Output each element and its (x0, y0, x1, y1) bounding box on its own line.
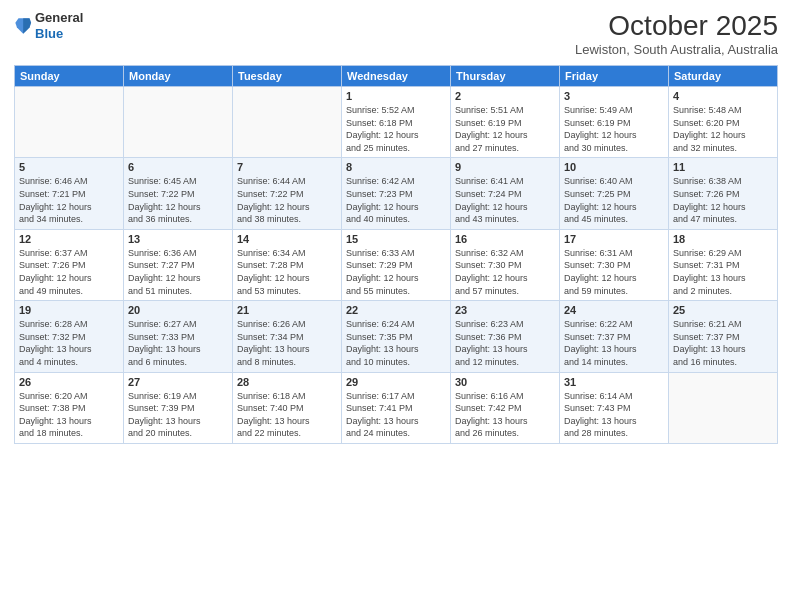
col-wednesday: Wednesday (342, 66, 451, 87)
calendar-week-1: 1Sunrise: 5:52 AM Sunset: 6:18 PM Daylig… (15, 87, 778, 158)
day-number: 19 (19, 304, 119, 316)
day-number: 31 (564, 376, 664, 388)
day-number: 20 (128, 304, 228, 316)
calendar: Sunday Monday Tuesday Wednesday Thursday… (14, 65, 778, 444)
day-number: 25 (673, 304, 773, 316)
calendar-cell: 23Sunrise: 6:23 AM Sunset: 7:36 PM Dayli… (451, 301, 560, 372)
calendar-cell: 25Sunrise: 6:21 AM Sunset: 7:37 PM Dayli… (669, 301, 778, 372)
day-number: 1 (346, 90, 446, 102)
day-number: 5 (19, 161, 119, 173)
calendar-cell (669, 372, 778, 443)
day-info: Sunrise: 6:18 AM Sunset: 7:40 PM Dayligh… (237, 390, 337, 440)
header: General Blue October 2025 Lewiston, Sout… (14, 10, 778, 57)
col-friday: Friday (560, 66, 669, 87)
col-tuesday: Tuesday (233, 66, 342, 87)
calendar-cell: 6Sunrise: 6:45 AM Sunset: 7:22 PM Daylig… (124, 158, 233, 229)
logo-general-text: General (35, 10, 83, 26)
day-info: Sunrise: 6:22 AM Sunset: 7:37 PM Dayligh… (564, 318, 664, 368)
logo: General Blue (14, 10, 83, 41)
day-number: 14 (237, 233, 337, 245)
calendar-cell: 7Sunrise: 6:44 AM Sunset: 7:22 PM Daylig… (233, 158, 342, 229)
day-number: 16 (455, 233, 555, 245)
calendar-cell: 17Sunrise: 6:31 AM Sunset: 7:30 PM Dayli… (560, 229, 669, 300)
calendar-cell: 9Sunrise: 6:41 AM Sunset: 7:24 PM Daylig… (451, 158, 560, 229)
logo-icon (15, 15, 33, 37)
col-sunday: Sunday (15, 66, 124, 87)
month-title: October 2025 (575, 10, 778, 42)
calendar-cell: 29Sunrise: 6:17 AM Sunset: 7:41 PM Dayli… (342, 372, 451, 443)
day-number: 24 (564, 304, 664, 316)
day-info: Sunrise: 6:41 AM Sunset: 7:24 PM Dayligh… (455, 175, 555, 225)
day-number: 28 (237, 376, 337, 388)
day-number: 18 (673, 233, 773, 245)
day-number: 13 (128, 233, 228, 245)
calendar-cell: 16Sunrise: 6:32 AM Sunset: 7:30 PM Dayli… (451, 229, 560, 300)
calendar-week-3: 12Sunrise: 6:37 AM Sunset: 7:26 PM Dayli… (15, 229, 778, 300)
day-info: Sunrise: 6:34 AM Sunset: 7:28 PM Dayligh… (237, 247, 337, 297)
calendar-cell: 5Sunrise: 6:46 AM Sunset: 7:21 PM Daylig… (15, 158, 124, 229)
calendar-cell: 21Sunrise: 6:26 AM Sunset: 7:34 PM Dayli… (233, 301, 342, 372)
day-info: Sunrise: 6:32 AM Sunset: 7:30 PM Dayligh… (455, 247, 555, 297)
calendar-cell: 8Sunrise: 6:42 AM Sunset: 7:23 PM Daylig… (342, 158, 451, 229)
calendar-cell: 1Sunrise: 5:52 AM Sunset: 6:18 PM Daylig… (342, 87, 451, 158)
day-info: Sunrise: 6:42 AM Sunset: 7:23 PM Dayligh… (346, 175, 446, 225)
day-info: Sunrise: 6:21 AM Sunset: 7:37 PM Dayligh… (673, 318, 773, 368)
day-info: Sunrise: 6:40 AM Sunset: 7:25 PM Dayligh… (564, 175, 664, 225)
col-saturday: Saturday (669, 66, 778, 87)
day-number: 6 (128, 161, 228, 173)
day-info: Sunrise: 6:26 AM Sunset: 7:34 PM Dayligh… (237, 318, 337, 368)
day-info: Sunrise: 6:46 AM Sunset: 7:21 PM Dayligh… (19, 175, 119, 225)
calendar-week-2: 5Sunrise: 6:46 AM Sunset: 7:21 PM Daylig… (15, 158, 778, 229)
col-thursday: Thursday (451, 66, 560, 87)
day-number: 9 (455, 161, 555, 173)
day-number: 11 (673, 161, 773, 173)
calendar-cell: 31Sunrise: 6:14 AM Sunset: 7:43 PM Dayli… (560, 372, 669, 443)
day-info: Sunrise: 6:37 AM Sunset: 7:26 PM Dayligh… (19, 247, 119, 297)
day-info: Sunrise: 5:52 AM Sunset: 6:18 PM Dayligh… (346, 104, 446, 154)
day-number: 8 (346, 161, 446, 173)
location: Lewiston, South Australia, Australia (575, 42, 778, 57)
day-number: 22 (346, 304, 446, 316)
day-number: 12 (19, 233, 119, 245)
calendar-week-4: 19Sunrise: 6:28 AM Sunset: 7:32 PM Dayli… (15, 301, 778, 372)
day-number: 2 (455, 90, 555, 102)
day-number: 26 (19, 376, 119, 388)
calendar-cell (233, 87, 342, 158)
calendar-cell: 28Sunrise: 6:18 AM Sunset: 7:40 PM Dayli… (233, 372, 342, 443)
day-info: Sunrise: 5:51 AM Sunset: 6:19 PM Dayligh… (455, 104, 555, 154)
calendar-cell: 18Sunrise: 6:29 AM Sunset: 7:31 PM Dayli… (669, 229, 778, 300)
day-info: Sunrise: 6:19 AM Sunset: 7:39 PM Dayligh… (128, 390, 228, 440)
calendar-cell (15, 87, 124, 158)
day-number: 17 (564, 233, 664, 245)
day-info: Sunrise: 6:28 AM Sunset: 7:32 PM Dayligh… (19, 318, 119, 368)
day-info: Sunrise: 6:36 AM Sunset: 7:27 PM Dayligh… (128, 247, 228, 297)
calendar-cell: 14Sunrise: 6:34 AM Sunset: 7:28 PM Dayli… (233, 229, 342, 300)
calendar-cell: 19Sunrise: 6:28 AM Sunset: 7:32 PM Dayli… (15, 301, 124, 372)
day-number: 23 (455, 304, 555, 316)
calendar-cell: 3Sunrise: 5:49 AM Sunset: 6:19 PM Daylig… (560, 87, 669, 158)
calendar-cell: 10Sunrise: 6:40 AM Sunset: 7:25 PM Dayli… (560, 158, 669, 229)
day-info: Sunrise: 6:29 AM Sunset: 7:31 PM Dayligh… (673, 247, 773, 297)
calendar-cell: 27Sunrise: 6:19 AM Sunset: 7:39 PM Dayli… (124, 372, 233, 443)
calendar-cell: 30Sunrise: 6:16 AM Sunset: 7:42 PM Dayli… (451, 372, 560, 443)
calendar-cell: 11Sunrise: 6:38 AM Sunset: 7:26 PM Dayli… (669, 158, 778, 229)
day-info: Sunrise: 6:14 AM Sunset: 7:43 PM Dayligh… (564, 390, 664, 440)
day-info: Sunrise: 6:38 AM Sunset: 7:26 PM Dayligh… (673, 175, 773, 225)
day-number: 4 (673, 90, 773, 102)
day-number: 7 (237, 161, 337, 173)
calendar-cell (124, 87, 233, 158)
svg-marker-1 (23, 18, 31, 34)
day-info: Sunrise: 6:24 AM Sunset: 7:35 PM Dayligh… (346, 318, 446, 368)
calendar-cell: 15Sunrise: 6:33 AM Sunset: 7:29 PM Dayli… (342, 229, 451, 300)
calendar-week-5: 26Sunrise: 6:20 AM Sunset: 7:38 PM Dayli… (15, 372, 778, 443)
col-monday: Monday (124, 66, 233, 87)
calendar-cell: 4Sunrise: 5:48 AM Sunset: 6:20 PM Daylig… (669, 87, 778, 158)
day-info: Sunrise: 5:49 AM Sunset: 6:19 PM Dayligh… (564, 104, 664, 154)
day-info: Sunrise: 6:33 AM Sunset: 7:29 PM Dayligh… (346, 247, 446, 297)
page: General Blue October 2025 Lewiston, Sout… (0, 0, 792, 612)
day-info: Sunrise: 6:45 AM Sunset: 7:22 PM Dayligh… (128, 175, 228, 225)
calendar-cell: 13Sunrise: 6:36 AM Sunset: 7:27 PM Dayli… (124, 229, 233, 300)
calendar-header-row: Sunday Monday Tuesday Wednesday Thursday… (15, 66, 778, 87)
calendar-cell: 20Sunrise: 6:27 AM Sunset: 7:33 PM Dayli… (124, 301, 233, 372)
calendar-cell: 12Sunrise: 6:37 AM Sunset: 7:26 PM Dayli… (15, 229, 124, 300)
